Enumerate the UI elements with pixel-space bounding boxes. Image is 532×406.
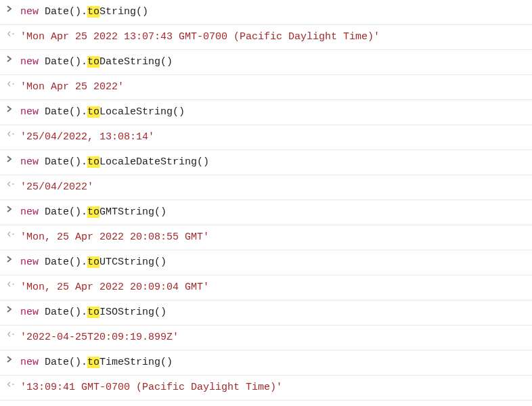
svg-point-7 xyxy=(12,384,14,385)
code-text: Date(). xyxy=(39,307,87,318)
console-output-value: '2022-04-25T20:09:19.899Z' xyxy=(20,330,525,346)
console-output-row: 'Mon, 25 Apr 2022 20:09:04 GMT' xyxy=(0,275,532,300)
code-text: Date(). xyxy=(39,206,87,218)
string-literal: 'Mon Apr 25 2022 13:07:43 GMT-0700 (Paci… xyxy=(20,31,380,43)
string-literal: 'Mon, 25 Apr 2022 20:08:55 GMT' xyxy=(20,231,209,243)
keyword: new xyxy=(20,6,39,18)
string-literal: '2022-04-25T20:09:19.899Z' xyxy=(20,332,179,343)
keyword: new xyxy=(20,56,39,68)
console-input-code: new Date().toISOString() xyxy=(20,304,525,321)
keyword: new xyxy=(20,357,39,368)
string-literal: '25/04/2022, 13:08:14' xyxy=(20,131,154,143)
highlight-match: to xyxy=(87,256,99,268)
svg-point-6 xyxy=(12,334,14,335)
string-literal: 'Mon Apr 25 2022' xyxy=(20,81,124,93)
console-output-row: '2022-04-25T20:09:19.899Z' xyxy=(0,325,532,351)
code-text: Date(). xyxy=(39,256,87,268)
console-input-row[interactable]: new Date().toDateString() xyxy=(0,50,532,75)
console-input-code: new Date().toUTCString() xyxy=(20,254,525,271)
output-chevron-icon xyxy=(7,79,20,87)
highlight-match: to xyxy=(87,357,99,368)
code-text: DateString() xyxy=(99,56,173,68)
input-chevron-icon xyxy=(7,204,20,212)
svg-point-4 xyxy=(12,233,14,235)
svg-point-0 xyxy=(12,33,14,35)
console-input-row[interactable]: new Date().toString() xyxy=(0,0,532,25)
code-text: GMTString() xyxy=(99,206,167,218)
console-output-row: 'Mon Apr 25 2022' xyxy=(0,75,532,100)
output-chevron-icon xyxy=(7,129,20,137)
code-text: TimeString() xyxy=(99,357,173,368)
highlight-match: to xyxy=(87,206,99,218)
input-chevron-icon xyxy=(7,104,20,112)
svg-point-1 xyxy=(12,83,14,85)
keyword: new xyxy=(20,256,39,268)
console-input-row[interactable]: new Date().toGMTString() xyxy=(0,200,532,225)
console-input-row[interactable]: new Date().toLocaleDateString() xyxy=(0,150,532,175)
input-chevron-icon xyxy=(7,4,20,12)
console-input-code: new Date().toLocaleDateString() xyxy=(20,154,525,171)
console-log: new Date().toString()'Mon Apr 25 2022 13… xyxy=(0,0,532,401)
output-chevron-icon xyxy=(7,179,20,187)
input-chevron-icon xyxy=(7,54,20,62)
code-text: Date(). xyxy=(39,56,87,68)
code-text: ISOString() xyxy=(99,307,167,318)
console-output-value: 'Mon, 25 Apr 2022 20:08:55 GMT' xyxy=(20,229,525,246)
output-chevron-icon xyxy=(7,29,20,37)
string-literal: 'Mon, 25 Apr 2022 20:09:04 GMT' xyxy=(20,281,209,293)
input-chevron-icon xyxy=(7,254,20,263)
console-output-row: '13:09:41 GMT-0700 (Pacific Daylight Tim… xyxy=(0,376,532,401)
svg-point-2 xyxy=(12,133,14,135)
console-output-value: '25/04/2022, 13:08:14' xyxy=(20,129,525,145)
highlight-match: to xyxy=(87,156,99,168)
console-input-code: new Date().toGMTString() xyxy=(20,204,525,221)
console-output-row: 'Mon, 25 Apr 2022 20:08:55 GMT' xyxy=(0,225,532,250)
code-text: LocaleDateString() xyxy=(99,156,209,168)
keyword: new xyxy=(20,156,39,168)
code-text: Date(). xyxy=(39,357,87,368)
highlight-match: to xyxy=(87,106,99,118)
keyword: new xyxy=(20,106,39,118)
highlight-match: to xyxy=(87,6,99,18)
console-output-row: '25/04/2022, 13:08:14' xyxy=(0,125,532,150)
console-output-row: '25/04/2022' xyxy=(0,175,532,200)
console-input-row[interactable]: new Date().toTimeString() xyxy=(0,351,532,376)
code-text: LocaleString() xyxy=(99,106,185,118)
console-output-value: 'Mon, 25 Apr 2022 20:09:04 GMT' xyxy=(20,279,525,296)
console-output-value: 'Mon Apr 25 2022' xyxy=(20,79,525,95)
output-chevron-icon xyxy=(7,380,20,388)
console-input-row[interactable]: new Date().toLocaleString() xyxy=(0,100,532,125)
code-text: UTCString() xyxy=(99,256,167,268)
string-literal: '25/04/2022' xyxy=(20,181,93,193)
console-input-code: new Date().toString() xyxy=(20,4,525,20)
console-output-value: 'Mon Apr 25 2022 13:07:43 GMT-0700 (Paci… xyxy=(20,29,525,45)
highlight-match: to xyxy=(87,307,99,318)
console-input-code: new Date().toDateString() xyxy=(20,54,525,70)
code-text: Date(). xyxy=(39,6,87,18)
code-text: String() xyxy=(99,6,148,18)
code-text: Date(). xyxy=(39,156,87,168)
keyword: new xyxy=(20,206,39,218)
output-chevron-icon xyxy=(7,229,20,238)
output-chevron-icon xyxy=(7,279,20,288)
string-literal: '13:09:41 GMT-0700 (Pacific Daylight Tim… xyxy=(20,382,282,393)
input-chevron-icon xyxy=(7,304,20,313)
keyword: new xyxy=(20,307,39,318)
code-text: Date(). xyxy=(39,106,87,118)
console-input-row[interactable]: new Date().toISOString() xyxy=(0,300,532,325)
console-input-row[interactable]: new Date().toUTCString() xyxy=(0,250,532,275)
console-input-code: new Date().toLocaleString() xyxy=(20,104,525,120)
console-output-row: 'Mon Apr 25 2022 13:07:43 GMT-0700 (Paci… xyxy=(0,25,532,50)
output-chevron-icon xyxy=(7,330,20,338)
input-chevron-icon xyxy=(7,154,20,162)
console-input-code: new Date().toTimeString() xyxy=(20,355,525,371)
highlight-match: to xyxy=(87,56,99,68)
input-chevron-icon xyxy=(7,355,20,363)
console-output-value: '13:09:41 GMT-0700 (Pacific Daylight Tim… xyxy=(20,380,525,396)
svg-point-3 xyxy=(12,183,14,185)
svg-point-5 xyxy=(12,284,14,285)
console-output-value: '25/04/2022' xyxy=(20,179,525,196)
